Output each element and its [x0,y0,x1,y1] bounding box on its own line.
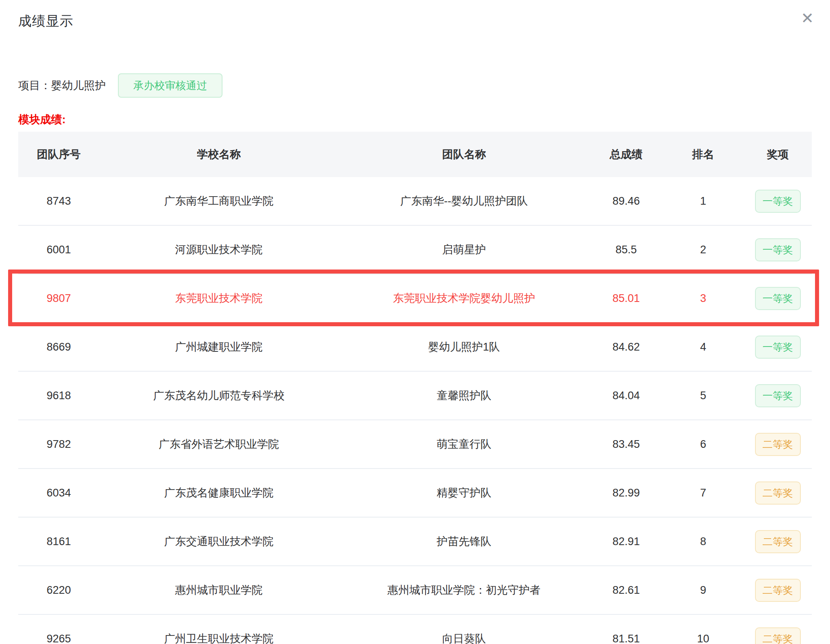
cell-team-name: 童馨照护队 [338,388,590,403]
table-row: 6220 惠州城市职业学院 惠州城市职业学院：初光守护者 82.61 9 二等奖 [18,566,812,615]
table-row: 9265 广州卫生职业技术学院 向日葵队 81.51 10 二等奖 [18,615,812,644]
cell-rank: 3 [663,292,744,305]
table-row: 8161 广东交通职业技术学院 护苗先锋队 82.91 8 二等奖 [18,518,812,566]
table-row: 8743 广东南华工商职业学院 广东南华--婴幼儿照护团队 89.46 1 一等… [18,177,812,226]
cell-team-name: 惠州城市职业学院：初光守护者 [338,583,590,597]
cell-rank: 4 [663,341,744,353]
cell-team-name: 萌宝童行队 [338,437,590,451]
cell-school: 广东南华工商职业学院 [99,194,338,208]
award-badge: 一等奖 [755,238,801,261]
cell-school: 广东交通职业技术学院 [99,534,338,549]
award-badge: 二等奖 [755,433,801,456]
cell-school: 广东茂名幼儿师范专科学校 [99,388,338,403]
cell-school: 广东茂名健康职业学院 [99,486,338,500]
header-school: 学校名称 [99,147,338,162]
cell-team-name: 精婴守护队 [338,486,590,500]
award-badge: 一等奖 [755,336,801,359]
cell-total-score: 89.46 [590,195,663,208]
cell-school: 广州城建职业学院 [99,340,338,354]
header-total-score: 总成绩 [590,147,663,162]
cell-team-no: 8161 [18,535,99,548]
award-badge: 一等奖 [755,287,801,310]
cell-award: 二等奖 [744,579,812,602]
award-badge: 二等奖 [755,627,801,644]
cell-total-score: 84.04 [590,389,663,402]
cell-team-no: 9618 [18,389,99,402]
table-row: 8669 广州城建职业学院 婴幼儿照护1队 84.62 4 一等奖 [18,323,812,372]
cell-award: 二等奖 [744,433,812,456]
table-body: 8743 广东南华工商职业学院 广东南华--婴幼儿照护团队 89.46 1 一等… [18,177,812,644]
cell-team-no: 6001 [18,244,99,256]
cell-team-name: 东莞职业技术学院婴幼儿照护 [338,291,590,306]
cell-award: 一等奖 [744,238,812,261]
table-row: 9618 广东茂名幼儿师范专科学校 童馨照护队 84.04 5 一等奖 [18,372,812,420]
award-badge: 二等奖 [755,530,801,553]
cell-team-name: 广东南华--婴幼儿照护团队 [338,194,590,208]
cell-school: 惠州城市职业学院 [99,583,338,597]
cell-award: 一等奖 [744,336,812,359]
header-team-no: 团队序号 [18,147,99,162]
cell-team-no: 8743 [18,195,99,208]
cell-team-no: 9782 [18,438,99,451]
cell-total-score: 82.91 [590,535,663,548]
cell-rank: 2 [663,244,744,256]
cell-total-score: 85.01 [590,292,663,305]
cell-rank: 7 [663,487,744,499]
scores-table: 团队序号 学校名称 团队名称 总成绩 排名 奖项 8743 广东南华工商职业学院… [18,132,812,644]
cell-award: 一等奖 [744,287,812,310]
cell-award: 二等奖 [744,530,812,553]
table-header-row: 团队序号 学校名称 团队名称 总成绩 排名 奖项 [18,132,812,177]
cell-award: 一等奖 [744,384,812,407]
close-icon[interactable]: ✕ [801,11,814,26]
score-display-modal: 成绩显示 ✕ 项目： 婴幼儿照护 承办校审核通过 模块成绩: 团队序号 学校名称… [0,0,830,644]
cell-team-name: 启萌星护 [338,242,590,257]
cell-award: 二等奖 [744,481,812,505]
table-row: 6034 广东茂名健康职业学院 精婴守护队 82.99 7 二等奖 [18,469,812,518]
project-label: 项目： [18,78,51,93]
page-title: 成绩显示 [18,12,812,30]
cell-team-no: 6034 [18,487,99,499]
cell-total-score: 81.51 [590,633,663,644]
cell-award: 一等奖 [744,190,812,213]
award-badge: 二等奖 [755,579,801,602]
cell-school: 广东省外语艺术职业学院 [99,437,338,451]
project-line: 项目： 婴幼儿照护 承办校审核通过 [18,73,812,98]
cell-award: 二等奖 [744,627,812,644]
cell-rank: 6 [663,438,744,451]
cell-school: 河源职业技术学院 [99,242,338,257]
cell-school: 东莞职业技术学院 [99,291,338,306]
cell-rank: 5 [663,389,744,402]
award-badge: 一等奖 [755,384,801,407]
header-team-name: 团队名称 [338,147,590,162]
cell-team-no: 8669 [18,341,99,353]
cell-school: 广州卫生职业技术学院 [99,631,338,644]
cell-rank: 9 [663,584,744,597]
cell-total-score: 85.5 [590,244,663,256]
cell-team-no: 6220 [18,584,99,597]
header-award: 奖项 [744,147,812,162]
cell-team-no: 9807 [18,292,99,305]
cell-total-score: 84.62 [590,341,663,353]
table-row: 9807 东莞职业技术学院 东莞职业技术学院婴幼儿照护 85.01 3 一等奖 [18,274,812,323]
section-label: 模块成绩: [18,112,812,127]
cell-total-score: 83.45 [590,438,663,451]
cell-rank: 1 [663,195,744,208]
award-badge: 二等奖 [755,481,801,505]
header-rank: 排名 [663,147,744,162]
table-row: 6001 河源职业技术学院 启萌星护 85.5 2 一等奖 [18,226,812,274]
award-badge: 一等奖 [755,190,801,213]
table-row: 9782 广东省外语艺术职业学院 萌宝童行队 83.45 6 二等奖 [18,420,812,469]
cell-total-score: 82.99 [590,487,663,499]
cell-team-name: 向日葵队 [338,631,590,644]
project-name: 婴幼儿照护 [51,78,106,93]
status-badge: 承办校审核通过 [118,73,222,98]
cell-team-name: 护苗先锋队 [338,534,590,549]
cell-rank: 8 [663,535,744,548]
cell-total-score: 82.61 [590,584,663,597]
cell-team-no: 9265 [18,633,99,644]
cell-rank: 10 [663,633,744,644]
cell-team-name: 婴幼儿照护1队 [338,340,590,354]
